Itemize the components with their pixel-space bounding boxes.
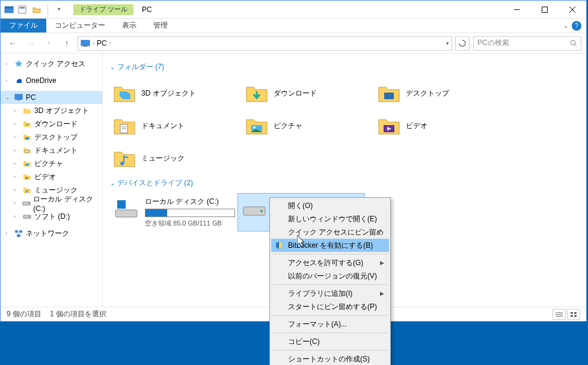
svg-rect-15 (25, 150, 28, 153)
tree-onedrive[interactable]: › OneDrive (1, 74, 102, 87)
chevron-right-icon: › (109, 40, 111, 46)
drive-name: ローカル ディスク (C:) (145, 197, 235, 207)
svg-rect-3 (20, 7, 25, 8)
chevron-right-icon[interactable]: › (5, 230, 11, 236)
context-menu-item[interactable]: スタートにピン留めする(P) (271, 300, 389, 313)
chevron-right-icon[interactable]: › (14, 213, 20, 219)
tree-label: クイック アクセス (26, 59, 85, 69)
close-button[interactable] (559, 1, 586, 19)
nav-back-button[interactable]: ← (5, 36, 20, 51)
chevron-right-icon[interactable]: › (14, 200, 19, 206)
titlebar-left: ▼ ドライブ ツール PC (1, 4, 152, 16)
tree-local-disk-c[interactable]: ›ローカル ディスク (C:) (1, 197, 102, 210)
chevron-right-icon[interactable]: › (14, 134, 20, 140)
tree-downloads[interactable]: ›ダウンロード (1, 117, 102, 130)
chevron-right-icon[interactable]: › (14, 108, 20, 114)
chevron-right-icon[interactable]: › (14, 147, 20, 153)
context-menu-item[interactable]: クイック アクセスにピン留め (271, 225, 389, 239)
chevron-right-icon[interactable]: › (5, 78, 11, 84)
refresh-button[interactable] (455, 36, 470, 51)
context-menu-label: スタートにピン留めする(P) (288, 302, 377, 312)
folder-music[interactable]: ミュージック (110, 142, 242, 174)
videos-icon (377, 114, 401, 138)
tree-label: ダウンロード (34, 119, 78, 129)
music-icon (22, 185, 32, 195)
chevron-right-icon[interactable]: › (5, 61, 11, 67)
tab-view[interactable]: 表示 (114, 19, 145, 32)
desktop-icon (22, 132, 32, 142)
context-menu-item[interactable]: コピー(C) (271, 335, 389, 348)
minimize-button[interactable] (503, 1, 531, 19)
context-menu-label: BitLocker を有効にする(B) (288, 241, 373, 251)
context-menu-item[interactable]: アクセスを許可する(G)▶ (271, 256, 389, 269)
group-folders-header[interactable]: ⌄ フォルダー (7) (110, 62, 579, 72)
context-menu-item[interactable]: 新しいウィンドウで開く(E) (271, 212, 389, 225)
tree-videos[interactable]: ›ビデオ (1, 170, 102, 183)
status-item-count: 9 個の項目 (7, 309, 41, 319)
tree-label: ピクチャ (34, 159, 63, 169)
qat-dropdown-icon[interactable]: ▼ (53, 4, 65, 16)
group-drives-header[interactable]: ⌄ デバイスとドライブ (2) (110, 178, 579, 188)
tree-documents[interactable]: ›ドキュメント (1, 144, 102, 157)
folder-label: ミュージック (141, 153, 185, 164)
folder-videos[interactable]: ビデオ (375, 109, 507, 142)
svg-rect-1 (5, 7, 13, 8)
chevron-down-icon[interactable]: ⌄ (5, 94, 11, 100)
folder-desktop[interactable]: デスクトップ (375, 77, 507, 109)
svg-point-10 (571, 40, 575, 45)
context-menu-item[interactable]: フォーマット(A)... (271, 317, 389, 331)
tree-desktop[interactable]: ›デスクトップ (1, 130, 102, 144)
svg-rect-14 (25, 137, 29, 140)
view-switcher (553, 309, 580, 320)
tab-manage[interactable]: 管理 (145, 19, 176, 32)
tree-3d-objects[interactable]: ›3D オブジェクト (1, 104, 102, 117)
ribbon-collapse-icon[interactable]: ⌄ (563, 22, 568, 29)
context-menu-item[interactable]: BitLocker を有効にする(B) (271, 239, 389, 252)
context-menu-label: ライブラリに追加(I) (288, 289, 352, 299)
chevron-down-icon: ⌄ (110, 64, 115, 70)
view-icons-button[interactable] (567, 309, 580, 320)
ribbon-tabs: ファイル コンピューター 表示 管理 ⌄ ? (1, 19, 586, 33)
context-menu-label: フォーマット(A)... (288, 319, 347, 330)
folder-downloads[interactable]: ダウンロード (242, 77, 375, 109)
cloud-icon (14, 76, 23, 85)
nav-recent-dropdown[interactable]: ▾ (41, 36, 56, 51)
maximize-button[interactable] (531, 1, 559, 19)
context-menu-item[interactable]: ライブラリに追加(I)▶ (271, 287, 389, 300)
qat-new-folder-icon[interactable] (31, 4, 43, 16)
chevron-right-icon[interactable]: › (14, 174, 20, 180)
qat-properties-icon[interactable] (16, 4, 28, 16)
tab-file[interactable]: ファイル (1, 19, 46, 32)
folder-label: デスクトップ (406, 88, 449, 99)
search-input[interactable]: PCの検索 (473, 36, 581, 51)
chevron-down-icon: ⌄ (110, 180, 115, 186)
tab-computer[interactable]: コンピューター (46, 19, 114, 32)
svg-rect-45 (571, 312, 573, 314)
folder-3d-objects[interactable]: 3D オブジェクト (110, 77, 242, 109)
chevron-right-icon[interactable]: › (14, 187, 20, 193)
context-menu-label: 新しいウィンドウで開く(E) (288, 214, 377, 224)
context-menu-item[interactable]: ショートカットの作成(S) (271, 352, 389, 365)
tree-label: デスクトップ (34, 132, 78, 143)
chevron-right-icon[interactable]: › (14, 161, 20, 167)
address-box[interactable]: › PC › ▾ (78, 36, 452, 51)
chevron-right-icon[interactable]: › (14, 121, 20, 127)
address-dropdown-icon[interactable]: ▾ (446, 40, 449, 46)
nav-up-button[interactable]: ↑ (60, 36, 74, 51)
tree-network[interactable]: ›ネットワーク (1, 227, 102, 240)
folder-documents[interactable]: ドキュメント (110, 109, 242, 142)
context-menu-item[interactable]: 以前のバージョンの復元(V) (271, 269, 389, 283)
tree-quick-access[interactable]: › クイック アクセス (1, 57, 102, 70)
svg-rect-38 (117, 204, 121, 209)
tree-pc[interactable]: ⌄ PC (1, 91, 102, 104)
svg-rect-48 (574, 315, 577, 317)
tree-pictures[interactable]: ›ピクチャ (1, 157, 102, 170)
view-details-button[interactable] (553, 309, 566, 320)
svg-rect-23 (19, 230, 22, 233)
context-menu-item[interactable]: 開く(O) (271, 199, 389, 212)
folder-pictures[interactable]: ピクチャ (242, 109, 375, 142)
help-icon[interactable]: ? (572, 21, 581, 31)
drive-tools-tab[interactable]: ドライブ ツール (73, 4, 133, 15)
drive-local-c[interactable]: ローカル ディスク (C:) 空き領域 85.0 GB/111 GB (110, 193, 237, 232)
nav-fwd-button[interactable]: → (23, 36, 38, 51)
